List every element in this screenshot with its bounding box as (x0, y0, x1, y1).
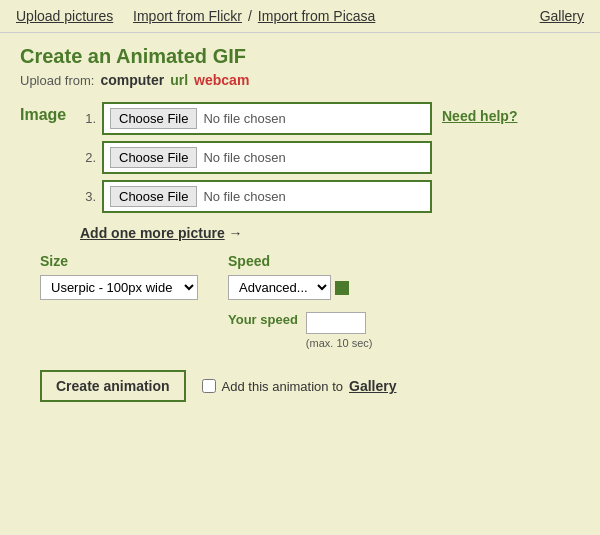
gallery-checkbox-row: Add this animation to Gallery (202, 378, 397, 394)
file-input-wrapper-3: Choose File No file chosen (102, 180, 432, 213)
gallery-add-text: Add this animation to (222, 379, 343, 394)
speed-column: Speed Advanced... Slow Normal Fast (228, 253, 372, 300)
nav-slash: / (248, 8, 252, 24)
file-row-3-num: 3. (80, 189, 96, 204)
your-speed-label-col: Your speed (228, 312, 298, 329)
no-file-text-1: No file chosen (203, 111, 285, 126)
speed-label: Speed (228, 253, 372, 269)
upload-from-label: Upload from: (20, 73, 94, 88)
options-section: Size Userpic - 100px wide Small - 200px … (20, 253, 580, 350)
choose-file-button-3[interactable]: Choose File (110, 186, 197, 207)
size-column: Size Userpic - 100px wide Small - 200px … (40, 253, 198, 300)
upload-webcam-link[interactable]: webcam (194, 72, 249, 88)
file-row-1-num: 1. (80, 111, 96, 126)
nav-separator1 (119, 8, 127, 24)
speed-indicator (335, 281, 349, 295)
need-help-link[interactable]: Need help? (442, 102, 517, 124)
bottom-row: Create animation Add this animation to G… (20, 370, 580, 402)
file-row-2-num: 2. (80, 150, 96, 165)
no-file-text-3: No file chosen (203, 189, 285, 204)
image-section: Image 1. Choose File No file chosen 2. C… (20, 102, 580, 213)
add-more-row: Add one more picture → (80, 225, 580, 241)
upload-computer-link[interactable]: computer (100, 72, 164, 88)
speed-your-speed-col: Speed Advanced... Slow Normal Fast Your … (228, 253, 372, 350)
file-row-2: 2. Choose File No file chosen (80, 141, 432, 174)
speed-row: Advanced... Slow Normal Fast (228, 275, 372, 300)
main-content: Create an Animated GIF Upload from: comp… (0, 33, 600, 414)
image-label: Image (20, 102, 70, 124)
no-file-text-2: No file chosen (203, 150, 285, 165)
your-speed-input-col: (max. 10 sec) (306, 312, 373, 350)
your-speed-label: Your speed (228, 312, 298, 329)
add-more-arrow: → (229, 225, 243, 241)
file-input-wrapper-1: Choose File No file chosen (102, 102, 432, 135)
nav-import-flickr[interactable]: Import from Flickr (133, 8, 242, 24)
upload-url-link[interactable]: url (170, 72, 188, 88)
file-row-1: 1. Choose File No file chosen (80, 102, 432, 135)
file-row-3: 3. Choose File No file chosen (80, 180, 432, 213)
file-input-wrapper-2: Choose File No file chosen (102, 141, 432, 174)
create-animation-button[interactable]: Create animation (40, 370, 186, 402)
nav-import-picasa[interactable]: Import from Picasa (258, 8, 375, 24)
upload-from-row: Upload from: computer url webcam (20, 72, 580, 88)
your-speed-row: Your speed (max. 10 sec) (228, 312, 372, 350)
your-speed-input[interactable] (306, 312, 366, 334)
nav-gallery[interactable]: Gallery (540, 8, 584, 24)
file-inputs-column: 1. Choose File No file chosen 2. Choose … (80, 102, 432, 213)
page-title: Create an Animated GIF (20, 45, 580, 68)
choose-file-button-2[interactable]: Choose File (110, 147, 197, 168)
choose-file-button-1[interactable]: Choose File (110, 108, 197, 129)
size-label: Size (40, 253, 198, 269)
add-more-link[interactable]: Add one more picture (80, 225, 225, 241)
size-select[interactable]: Userpic - 100px wide Small - 200px wide … (40, 275, 198, 300)
gallery-checkbox[interactable] (202, 379, 216, 393)
nav-upload-pictures[interactable]: Upload pictures (16, 8, 113, 24)
max-note: (max. 10 sec) (306, 336, 373, 350)
top-navigation: Upload pictures Import from Flickr / Imp… (0, 0, 600, 33)
gallery-link[interactable]: Gallery (349, 378, 396, 394)
speed-select[interactable]: Advanced... Slow Normal Fast (228, 275, 331, 300)
